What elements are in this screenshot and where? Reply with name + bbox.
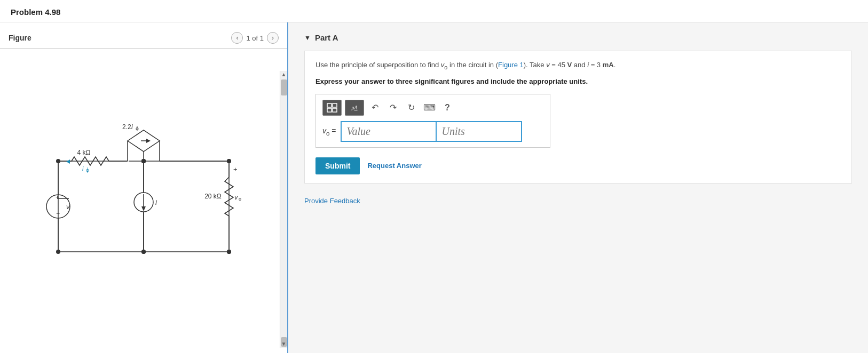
- figure-nav: ‹ 1 of 1 ›: [231, 32, 279, 44]
- answer-box: μA ↶ ↷ ↻ ⌨ ? vo =: [315, 94, 550, 148]
- svg-text:ϕ: ϕ: [136, 126, 139, 131]
- svg-text:20 kΩ: 20 kΩ: [204, 193, 222, 200]
- help-button[interactable]: ?: [440, 100, 455, 115]
- circuit-diagram: 4 kΩ i ϕ 2.2 i ϕ + − v: [0, 49, 287, 348]
- action-row: Submit Request Answer: [315, 157, 841, 174]
- figure-label: Figure: [9, 34, 31, 42]
- value-input[interactable]: [341, 121, 437, 142]
- svg-text:i: i: [131, 123, 133, 131]
- input-label: vo =: [322, 126, 336, 137]
- redo-button[interactable]: ↷: [385, 100, 400, 115]
- svg-rect-57: [327, 108, 332, 112]
- scroll-up-arrow[interactable]: ▲: [280, 71, 287, 78]
- figure-header: Figure ‹ 1 of 1 ›: [0, 28, 287, 49]
- problem-text-box: Use the principle of superposition to fi…: [304, 51, 852, 184]
- provide-feedback-section: Provide Feedback: [304, 196, 852, 205]
- svg-marker-39: [141, 206, 146, 211]
- scroll-down-arrow[interactable]: ▼: [280, 340, 287, 348]
- svg-rect-56: [333, 103, 337, 107]
- svg-text:v: v: [234, 193, 239, 201]
- svg-text:i: i: [82, 165, 84, 172]
- part-a-header: ▼ Part A: [304, 33, 852, 42]
- keyboard-button[interactable]: ⌨: [422, 100, 437, 115]
- svg-text:−: −: [56, 210, 60, 217]
- svg-point-52: [227, 250, 231, 254]
- right-panel: ▼ Part A Use the principle of superposit…: [288, 22, 868, 353]
- page-header: Problem 4.98: [0, 0, 868, 22]
- scroll-thumb-top[interactable]: [281, 79, 287, 95]
- page-title: Problem 4.98: [11, 7, 857, 17]
- figure-scrollbar[interactable]: ▲ ▼: [280, 71, 287, 348]
- part-chevron-icon[interactable]: ▼: [304, 34, 311, 42]
- svg-marker-13: [146, 139, 151, 143]
- prev-figure-button[interactable]: ‹: [231, 32, 243, 44]
- problem-instruction: Use the principle of superposition to fi…: [315, 60, 841, 72]
- figure-link[interactable]: Figure 1: [498, 61, 524, 69]
- submit-button[interactable]: Submit: [315, 157, 360, 174]
- svg-text:2.2: 2.2: [122, 123, 131, 131]
- circuit-svg: 4 kΩ i ϕ 2.2 i ϕ + − v: [26, 118, 261, 278]
- svg-text:4 kΩ: 4 kΩ: [77, 149, 91, 156]
- request-answer-link[interactable]: Request Answer: [367, 162, 421, 170]
- svg-point-50: [56, 250, 60, 254]
- bold-instruction: Express your answer to three significant…: [315, 77, 841, 85]
- part-a-title: Part A: [315, 33, 338, 42]
- svg-rect-58: [333, 108, 337, 112]
- figure-page-indicator: 1 of 1: [246, 34, 264, 42]
- svg-text:+: +: [233, 165, 238, 173]
- next-figure-button[interactable]: ›: [267, 32, 279, 44]
- svg-rect-55: [327, 103, 332, 107]
- units-input[interactable]: [437, 121, 522, 142]
- main-layout: Figure ‹ 1 of 1 ›: [0, 22, 868, 353]
- matrix-button[interactable]: [322, 100, 342, 116]
- undo-button[interactable]: ↶: [367, 100, 382, 115]
- provide-feedback-link[interactable]: Provide Feedback: [304, 197, 360, 205]
- svg-point-53: [141, 159, 146, 163]
- svg-text:+: +: [56, 194, 59, 201]
- unit-button[interactable]: μA: [345, 100, 364, 116]
- svg-text:o: o: [239, 196, 241, 202]
- left-panel: Figure ‹ 1 of 1 ›: [0, 22, 288, 353]
- svg-point-49: [56, 159, 60, 163]
- svg-point-54: [227, 159, 231, 163]
- svg-text:i: i: [155, 198, 157, 206]
- answer-toolbar: μA ↶ ↷ ↻ ⌨ ?: [322, 100, 543, 116]
- input-row: vo =: [322, 121, 543, 142]
- svg-point-51: [141, 250, 146, 254]
- refresh-button[interactable]: ↻: [404, 100, 419, 115]
- svg-text:ϕ: ϕ: [86, 167, 89, 173]
